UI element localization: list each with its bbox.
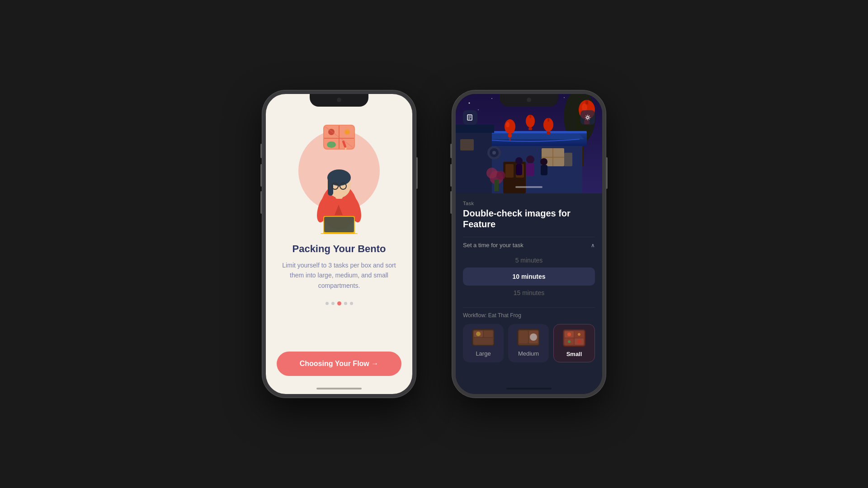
svg-point-71	[546, 100, 547, 102]
app-screen: Task Double-check images for Feature Set…	[456, 94, 602, 394]
time-section-header[interactable]: Set a time for your task ∧	[463, 242, 595, 249]
svg-point-6	[327, 141, 336, 148]
svg-point-58	[526, 155, 534, 164]
svg-point-78	[587, 117, 589, 119]
svg-rect-57	[516, 164, 522, 175]
svg-point-68	[492, 151, 496, 155]
svg-rect-53	[585, 100, 588, 104]
right-phone-screen: Task Double-check images for Feature Set…	[456, 94, 602, 394]
svg-point-98	[568, 340, 571, 343]
content-area: Task Double-check images for Feature Set…	[456, 193, 602, 394]
small-bento-icon	[562, 329, 586, 347]
time-option-15[interactable]: 15 minutes	[463, 286, 595, 300]
night-scene-illustration	[456, 94, 602, 193]
workflow-label: Workflow: Eat That Frog	[463, 312, 595, 319]
divider	[463, 237, 595, 237]
svg-point-70	[491, 98, 492, 99]
svg-point-97	[578, 333, 580, 336]
svg-point-84	[476, 332, 481, 336]
svg-rect-39	[505, 164, 514, 178]
volume-down-button[interactable]	[260, 164, 262, 187]
dot-2[interactable]	[331, 302, 335, 305]
svg-rect-87	[519, 331, 528, 343]
svg-point-69	[469, 103, 470, 104]
power-button[interactable]	[416, 157, 418, 189]
large-bento-icon	[472, 328, 495, 347]
svg-point-5	[344, 129, 350, 135]
svg-point-63	[486, 168, 497, 178]
home-indicator	[316, 388, 362, 389]
svg-rect-36	[456, 125, 494, 133]
svg-rect-83	[474, 338, 493, 344]
svg-point-96	[567, 333, 571, 336]
svg-rect-15	[321, 233, 358, 234]
onboarding-description: Limit yourself to 3 tasks per box and so…	[266, 260, 412, 291]
onboarding-screen: Packing Your Bento Limit yourself to 3 t…	[266, 94, 412, 394]
pagination-dots	[326, 301, 353, 305]
size-options: Large Medium	[463, 324, 595, 362]
size-card-medium[interactable]: Medium	[508, 324, 549, 362]
svg-point-64	[496, 171, 505, 180]
dot-5[interactable]	[350, 302, 353, 305]
left-phone-screen: Packing Your Bento Limit yourself to 3 t…	[266, 94, 412, 394]
svg-point-60	[540, 158, 547, 165]
size-label-large: Large	[476, 350, 491, 357]
svg-rect-61	[541, 165, 547, 175]
top-bar	[456, 110, 602, 125]
book-icon	[467, 114, 473, 121]
scroll-indicator	[515, 186, 542, 188]
chevron-up-icon: ∧	[591, 242, 595, 249]
task-title: Double-check images for Feature	[463, 208, 595, 230]
svg-rect-43	[508, 134, 512, 137]
svg-rect-59	[526, 163, 534, 176]
size-label-small: Small	[566, 351, 582, 357]
book-button[interactable]	[463, 110, 477, 125]
left-phone: Packing Your Bento Limit yourself to 3 t…	[262, 90, 416, 398]
svg-rect-30	[478, 131, 587, 133]
volume-down-button-r[interactable]	[450, 164, 452, 187]
divider-2	[463, 307, 595, 308]
svg-rect-82	[484, 331, 493, 337]
svg-rect-37	[460, 139, 474, 150]
svg-point-56	[515, 157, 523, 164]
time-option-10[interactable]: 10 minutes	[463, 267, 595, 286]
onboarding-title: Packing Your Bento	[292, 243, 386, 255]
svg-rect-14	[324, 217, 354, 232]
time-option-5[interactable]: 5 minutes	[463, 253, 595, 267]
settings-button[interactable]	[580, 110, 595, 125]
svg-rect-34	[564, 153, 572, 166]
dot-1[interactable]	[326, 302, 329, 305]
svg-point-89	[530, 333, 537, 341]
size-label-medium: Medium	[518, 350, 539, 357]
side-switch-button[interactable]	[260, 191, 262, 214]
svg-rect-48	[528, 127, 532, 130]
bento-person-illustration	[289, 117, 389, 234]
dot-4[interactable]	[344, 302, 347, 305]
size-card-large[interactable]: Large	[463, 324, 504, 362]
scene-area	[456, 94, 602, 193]
svg-point-72	[564, 97, 565, 98]
svg-rect-65	[494, 180, 499, 191]
side-switch-button-r[interactable]	[450, 191, 452, 214]
size-card-small[interactable]: Small	[553, 324, 595, 362]
dot-3[interactable]	[337, 301, 341, 305]
cta-button[interactable]: Choosing Your Flow →	[277, 352, 401, 376]
time-picker: 5 minutes 10 minutes 15 minutes	[463, 253, 595, 300]
svg-rect-19	[328, 178, 333, 196]
medium-bento-icon	[517, 328, 540, 347]
svg-point-99	[577, 340, 581, 343]
illustration-area	[289, 117, 389, 234]
volume-up-button[interactable]	[260, 144, 262, 158]
task-label: Task	[463, 201, 595, 206]
svg-rect-51	[547, 131, 550, 135]
time-section-label: Set a time for your task	[463, 242, 524, 249]
home-indicator-right	[506, 388, 552, 389]
gear-icon	[585, 114, 591, 121]
volume-up-button-r[interactable]	[450, 144, 452, 158]
right-phone: Task Double-check images for Feature Set…	[452, 90, 606, 398]
power-button-r[interactable]	[606, 157, 608, 189]
